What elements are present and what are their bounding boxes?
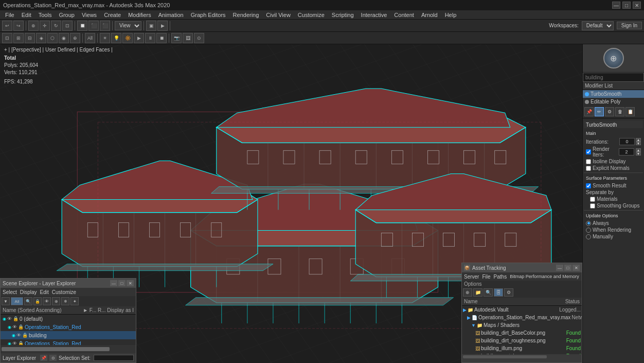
se-scrollbar-thumb[interactable] (2, 347, 110, 351)
redo-button[interactable]: ↪ (13, 21, 24, 31)
tb2-render3[interactable]: ⊙ (194, 33, 204, 43)
view-dropdown[interactable]: View (115, 21, 141, 30)
se-menu-edit[interactable]: Edit (40, 289, 49, 295)
tb2-light3[interactable]: 🔆 (122, 33, 133, 43)
at-restore-button[interactable]: □ (564, 265, 571, 271)
menu-item-file[interactable]: File (2, 10, 17, 20)
se-row-layer-default[interactable]: ◉ 👁 🔒 0 (default) (1, 315, 136, 323)
close-button[interactable]: ✕ (633, 2, 641, 9)
se-row-ops-station-1[interactable]: ◉ 👁 🔒 Operations_Station_Red (1, 323, 136, 331)
menu-item-customize[interactable]: Customize (295, 10, 328, 20)
render-iters-input[interactable] (619, 148, 634, 155)
tb2-anim1[interactable]: ▶ (134, 33, 144, 43)
iterations-input[interactable] (619, 138, 635, 145)
modifier-pin-icon[interactable]: 📌 (584, 107, 594, 116)
tb2-select-filter[interactable]: All (85, 33, 95, 43)
viewport-nav-icon[interactable]: ⊕ (583, 44, 644, 73)
at-row-ops-file[interactable]: ▶ 📄 Operations_Station_Red_max_vray.max … (462, 314, 582, 321)
modifier-copy-icon[interactable]: 📋 (625, 107, 635, 116)
tb2-btn4[interactable]: ◈ (36, 33, 46, 43)
modifier-edit-icon[interactable]: ✏ (595, 107, 604, 116)
se-scrollbar[interactable] (1, 345, 136, 353)
tb2-light2[interactable]: 💡 (111, 33, 121, 43)
mirror-button[interactable]: ⬛ (88, 21, 99, 31)
selection-set-input[interactable] (94, 355, 134, 361)
menu-item-group[interactable]: Group (56, 10, 78, 20)
menu-item-animation[interactable]: Animation (155, 10, 187, 20)
at-minimize-button[interactable]: — (556, 265, 563, 271)
modifier-config-icon[interactable]: ⚙ (605, 107, 614, 116)
tb2-btn2[interactable]: ⊞ (13, 33, 24, 43)
se-menu-display[interactable]: Display (20, 289, 37, 295)
menu-item-views[interactable]: Views (79, 10, 100, 20)
smoothing-groups-checkbox[interactable] (590, 203, 595, 209)
isoline-checkbox[interactable] (586, 159, 591, 164)
signin-button[interactable]: Sign In (617, 22, 642, 29)
smooth-result-checkbox[interactable] (586, 183, 591, 188)
se-all-btn[interactable]: All (11, 297, 23, 305)
scale-button[interactable]: ⊡ (62, 21, 73, 31)
menu-item-help[interactable]: Help (442, 10, 460, 20)
undo-button[interactable]: ↩ (2, 21, 12, 31)
tb2-btn1[interactable]: ⊡ (2, 33, 12, 43)
menu-item-arnold[interactable]: Arnold (418, 10, 441, 20)
modifier-delete-icon[interactable]: 🗑 (615, 107, 624, 116)
at-menu-paths[interactable]: Paths (494, 274, 507, 280)
at-btn4[interactable]: 🗄 (494, 288, 503, 297)
render-iters-checkbox[interactable] (586, 149, 591, 154)
menu-item-civil-view[interactable]: Civil View (263, 10, 293, 20)
align-button[interactable]: ⬛ (100, 21, 110, 31)
se-freeze-btn[interactable]: ❄ (61, 297, 69, 305)
render-iters-spinner[interactable]: ▲▼ (636, 148, 641, 155)
at-row-file-3[interactable]: 🖼 building_illum.png Found (462, 344, 582, 352)
tb2-light1[interactable]: ☀ (100, 33, 110, 43)
at-window-controls[interactable]: — □ ✕ (556, 265, 580, 271)
modifier-editable-poly[interactable]: Editable Poly (583, 98, 644, 106)
menu-item-rendering[interactable]: Rendering (230, 10, 262, 20)
at-row-vault[interactable]: ▶ 📁 Autodesk Vault Logged... (462, 306, 582, 314)
tb2-camera[interactable]: 📷 (171, 33, 182, 43)
at-row-file-2[interactable]: 🖼 building_dirt_roughness.png Found (462, 337, 582, 344)
when-rendering-radio[interactable] (586, 228, 591, 233)
at-row-file-1[interactable]: 🖼 building_dirt_BaseColor.png Found (462, 329, 582, 337)
always-radio[interactable] (586, 221, 591, 226)
window-controls[interactable]: — □ ✕ (612, 2, 641, 9)
materials-checkbox[interactable] (590, 197, 595, 202)
se-hide-btn[interactable]: ⊕ (52, 297, 60, 305)
se-menu-select[interactable]: Select (3, 289, 17, 295)
at-scrollbar-thumb[interactable] (463, 355, 547, 358)
move-button[interactable]: ✛ (40, 21, 50, 31)
tb2-btn5[interactable]: ⬡ (47, 33, 58, 43)
select-button[interactable]: ⊕ (28, 21, 39, 31)
at-row-maps[interactable]: ▼ 📁 Maps / Shaders (462, 321, 582, 329)
menu-item-modifiers[interactable]: Modifiers (125, 10, 154, 20)
menu-item-tools[interactable]: Tools (35, 10, 55, 20)
workspaces-dropdown[interactable]: Default (582, 21, 614, 30)
se-maximize-button[interactable]: □ (118, 280, 126, 286)
menu-item-create[interactable]: Create (101, 10, 124, 20)
at-menu-server[interactable]: Server (464, 274, 479, 280)
at-close-button[interactable]: ✕ (573, 265, 580, 271)
at-menu-bitmap[interactable]: Bitmap Performance and Memory (510, 274, 579, 279)
menu-item-interactive[interactable]: Interactive (358, 10, 390, 20)
se-close-button[interactable]: ✕ (127, 280, 134, 286)
se-search-btn[interactable]: 🔍 (24, 297, 32, 305)
se-row-building[interactable]: ◉ 👁 🔒 building (1, 331, 136, 339)
at-btn2[interactable]: 📁 (473, 288, 482, 297)
explicit-normals-checkbox[interactable] (586, 166, 591, 171)
tb2-anim3[interactable]: ⏹ (156, 33, 167, 43)
menu-item-graph-editors[interactable]: Graph Editors (188, 10, 229, 20)
at-btn5[interactable]: ⚙ (504, 288, 513, 297)
modifier-turbosmooth[interactable]: TurboSmooth (583, 90, 644, 98)
se-footer-btn2[interactable]: ⊙ (49, 355, 57, 361)
se-footer-btn1[interactable]: 📌 (40, 355, 47, 361)
maximize-button[interactable]: □ (622, 2, 631, 9)
se-unfreeze-btn[interactable]: ✦ (70, 297, 79, 305)
material-editor-button[interactable]: ▣ (146, 21, 156, 31)
at-btn1[interactable]: ⊕ (463, 288, 472, 297)
at-btn3[interactable]: 🔍 (484, 288, 493, 297)
se-lock-btn[interactable]: 🔒 (33, 297, 42, 305)
tb2-render2[interactable]: 🖼 (183, 33, 193, 43)
snap-button[interactable]: 🔲 (77, 21, 87, 31)
render-button[interactable]: ▶ (157, 21, 168, 31)
